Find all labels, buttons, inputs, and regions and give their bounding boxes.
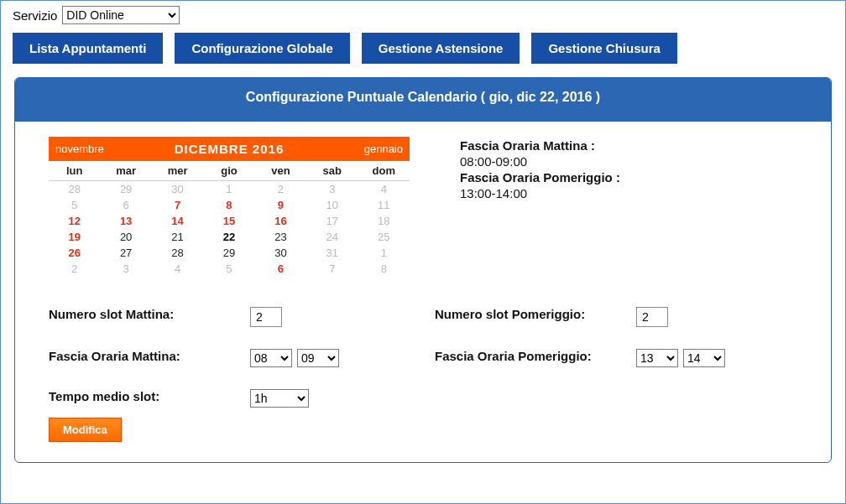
calendar-day[interactable]: 5 [203, 261, 254, 277]
calendar-day[interactable]: 19 [49, 229, 100, 245]
service-row: Servizio DID Online [9, 6, 837, 24]
range-morning-to-select[interactable]: 09 [297, 349, 339, 367]
avg-slot-label: Tempo medio slot: [49, 389, 233, 403]
calendar-dow-row: lunmarmergiovensabdom [49, 161, 410, 181]
calendar-day[interactable]: 17 [306, 213, 358, 229]
slot-morning-label: Numero slot Mattina: [49, 307, 233, 321]
modify-button[interactable]: Modifica [49, 418, 122, 442]
nav-lista-appuntamenti[interactable]: Lista Appuntamenti [13, 33, 163, 64]
calendar-day[interactable]: 4 [152, 261, 203, 277]
panel-title: Configurazione Puntuale Calendario ( gio… [15, 78, 831, 122]
calendar-week: 19202122232425 [49, 229, 410, 245]
calendar-month-label: DICEMBRE 2016 [152, 137, 306, 161]
calendar-day[interactable]: 2 [49, 261, 100, 277]
calendar-week: 567891011 [49, 197, 410, 213]
calendar: novembre DICEMBRE 2016 gennaio lunmarmer… [49, 137, 410, 277]
calendar-day[interactable]: 8 [358, 261, 410, 277]
calendar-day[interactable]: 28 [152, 245, 203, 261]
calendar-day[interactable]: 26 [49, 245, 100, 261]
calendar-day[interactable]: 30 [152, 181, 203, 198]
calendar-day[interactable]: 11 [358, 197, 410, 213]
range-afternoon-from-select[interactable]: 13 [636, 349, 678, 367]
calendar-day[interactable]: 16 [255, 213, 306, 229]
calendar-day[interactable]: 22 [203, 229, 254, 245]
calendar-dow: sab [306, 161, 358, 181]
calendar-day[interactable]: 1 [203, 181, 254, 198]
calendar-week: 12131415161718 [49, 213, 410, 229]
calendar-day[interactable]: 8 [203, 197, 254, 213]
panel-body: novembre DICEMBRE 2016 gennaio lunmarmer… [15, 122, 831, 295]
calendar-day[interactable]: 14 [152, 213, 203, 229]
calendar-day[interactable]: 24 [306, 229, 358, 245]
calendar-day[interactable]: 3 [100, 261, 151, 277]
avg-slot-select[interactable]: 1h [250, 389, 309, 408]
calendar-day[interactable]: 20 [100, 229, 151, 245]
calendar-day[interactable]: 30 [255, 245, 306, 261]
calendar-day[interactable]: 9 [255, 197, 306, 213]
calendar-week: 2829301234 [49, 181, 410, 198]
calendar-day[interactable]: 7 [306, 261, 358, 277]
calendar-day[interactable]: 1 [358, 245, 410, 261]
info-afternoon-value: 13:00-14:00 [460, 186, 807, 200]
calendar-day[interactable]: 18 [358, 213, 410, 229]
time-ranges-info: Fascia Oraria Mattina : 08:00-09:00 Fasc… [460, 137, 807, 277]
nav-configurazione-globale[interactable]: Configurazione Globale [175, 33, 349, 64]
nav-gestione-chiusura[interactable]: Gestione Chiusura [531, 33, 676, 64]
calendar-next-month[interactable]: gennaio [306, 137, 410, 161]
calendar-day[interactable]: 12 [49, 213, 100, 229]
calendar-day[interactable]: 7 [152, 197, 203, 213]
info-afternoon-label: Fascia Oraria Pomeriggio : [460, 170, 620, 184]
range-morning-from-select[interactable]: 08 [250, 349, 292, 367]
calendar-day[interactable]: 10 [306, 197, 358, 213]
service-select[interactable]: DID Online [62, 6, 180, 24]
calendar-day[interactable]: 3 [306, 181, 358, 198]
calendar-table: novembre DICEMBRE 2016 gennaio lunmarmer… [49, 137, 410, 277]
calendar-day[interactable]: 31 [306, 245, 358, 261]
calendar-day[interactable]: 6 [100, 197, 151, 213]
info-morning-label: Fascia Oraria Mattina : [460, 138, 595, 153]
nav-bar: Lista Appuntamenti Configurazione Global… [9, 33, 837, 64]
calendar-dow: lun [49, 161, 100, 181]
range-morning-label: Fascia Oraria Mattina: [49, 349, 233, 363]
form-zone: Numero slot Mattina: Numero slot Pomerig… [15, 295, 831, 416]
calendar-day[interactable]: 28 [49, 181, 100, 198]
calendar-day[interactable]: 15 [203, 213, 254, 229]
config-panel: Configurazione Puntuale Calendario ( gio… [14, 77, 832, 463]
slot-afternoon-input[interactable] [636, 307, 668, 327]
calendar-dow: mer [152, 161, 203, 181]
app-frame: Servizio DID Online Lista Appuntamenti C… [0, 0, 846, 504]
range-afternoon-label: Fascia Oraria Pomeriggio: [435, 349, 619, 363]
calendar-dow: gio [203, 161, 254, 181]
calendar-day[interactable]: 6 [255, 261, 306, 277]
calendar-prev-month[interactable]: novembre [49, 137, 152, 161]
slot-afternoon-label: Numero slot Pomeriggio: [435, 307, 619, 321]
calendar-dow: dom [358, 161, 410, 181]
calendar-day[interactable]: 13 [100, 213, 151, 229]
info-morning-value: 08:00-09:00 [460, 154, 807, 169]
calendar-day[interactable]: 4 [358, 181, 410, 198]
calendar-day[interactable]: 2 [255, 181, 306, 198]
calendar-day[interactable]: 29 [203, 245, 254, 261]
calendar-dow: mar [100, 161, 151, 181]
calendar-day[interactable]: 29 [100, 181, 151, 198]
slot-morning-input[interactable] [250, 307, 282, 327]
service-label: Servizio [13, 8, 57, 23]
nav-gestione-astensione[interactable]: Gestione Astensione [362, 33, 520, 64]
calendar-day[interactable]: 21 [152, 229, 203, 245]
calendar-day[interactable]: 25 [358, 229, 410, 245]
range-afternoon-to-select[interactable]: 14 [683, 349, 725, 367]
calendar-week: 2345678 [49, 261, 410, 277]
calendar-week: 2627282930311 [49, 245, 410, 261]
calendar-day[interactable]: 23 [255, 229, 306, 245]
calendar-day[interactable]: 27 [100, 245, 151, 261]
calendar-day[interactable]: 5 [49, 197, 100, 213]
calendar-dow: ven [255, 161, 306, 181]
